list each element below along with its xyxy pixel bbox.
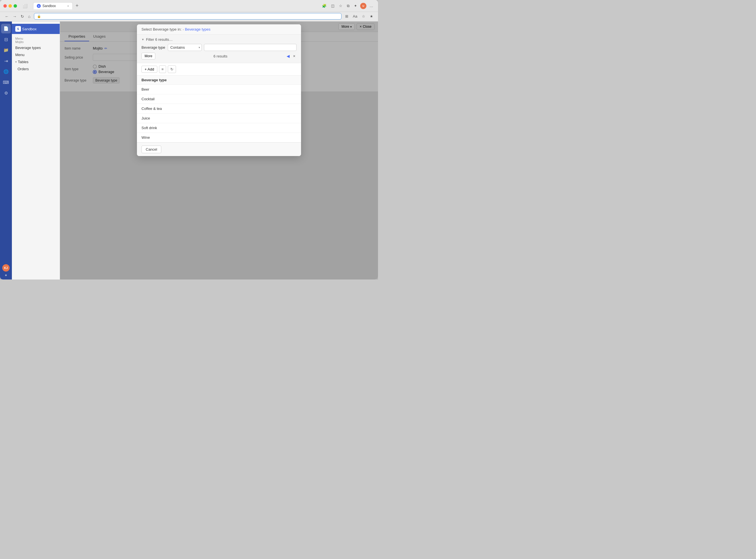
list-view-button[interactable]: ≡: [159, 65, 166, 73]
list-item-coffee-tea[interactable]: Coffee & tea: [137, 104, 301, 114]
nav-globe-button[interactable]: 🌐: [1, 67, 11, 76]
modal-header: Select Beverage type in: › Beverage type…: [137, 24, 301, 35]
content-sidebar: S Sandbox Menu Mojito Beverage types Men…: [12, 22, 60, 280]
browser-toolbar-icons: 🧩 ◫ ☆ ⧉ ✦ U …: [321, 3, 375, 9]
filter-section: ▼ Filter 6 results… Beverage type Contai…: [137, 35, 301, 63]
sidebar-view-button[interactable]: ◫: [330, 3, 336, 9]
modal-footer: Cancel: [137, 142, 301, 156]
filter-field-label: Beverage type: [141, 45, 166, 49]
address-bar-row: ← → ↻ ⌂ 🔒 ⊞ Aa ☆ ★: [0, 12, 378, 22]
app-title: Sandbox: [22, 27, 37, 31]
breadcrumb-link[interactable]: Beverage types: [185, 27, 210, 31]
list-item-juice[interactable]: Juice: [137, 114, 301, 123]
results-count: 6 results: [155, 54, 285, 58]
cancel-button[interactable]: Cancel: [141, 146, 161, 153]
browser-tab[interactable]: S Sandbox ×: [33, 2, 73, 9]
nav-folder-button[interactable]: 📁: [1, 45, 11, 55]
nav-buttons: ← → ↻ ⌂: [3, 13, 32, 20]
select-modal: Select Beverage type in: › Beverage type…: [137, 24, 301, 156]
list-item-beer[interactable]: Beer: [137, 85, 301, 94]
refresh-button[interactable]: ↻: [168, 65, 176, 73]
immersive-reader-button[interactable]: Aa: [351, 13, 359, 19]
collections-button[interactable]: ⧉: [346, 3, 351, 9]
breadcrumb-arrow: ›: [183, 28, 184, 31]
list-column-header: Beverage type: [141, 78, 167, 82]
filter-header-toggle[interactable]: ▼ Filter 6 results…: [141, 37, 297, 42]
maximize-traffic-light[interactable]: [14, 4, 17, 8]
filter-chevron-icon: ▼: [141, 38, 144, 41]
tab-title: Sandbox: [43, 4, 56, 8]
app-logo: S: [15, 26, 21, 32]
filter-text-input[interactable]: [204, 44, 297, 51]
forward-button[interactable]: →: [11, 13, 18, 20]
more-filter-button[interactable]: More: [141, 53, 155, 60]
nav-dot: [5, 274, 7, 276]
tab-favicon: S: [37, 4, 41, 8]
list-header: Beverage type: [137, 75, 301, 85]
extensions-button[interactable]: 🧩: [321, 3, 328, 9]
browser-controls: ⬜: [22, 3, 29, 9]
results-close-button[interactable]: ×: [292, 53, 297, 59]
split-screen-button[interactable]: ⊞: [344, 13, 350, 19]
filter-operator-select[interactable]: Contains Equals Starts with Ends with Is…: [168, 44, 202, 51]
list-item-cocktail[interactable]: Cocktail: [137, 94, 301, 104]
main-content: More ▾ × Close Properties Usages: [60, 22, 378, 280]
menu-button[interactable]: …: [368, 3, 375, 9]
filter-row: Beverage type Contains Equals Starts wit…: [141, 44, 297, 51]
add-button[interactable]: + Add: [141, 66, 157, 73]
home-button[interactable]: ⌂: [27, 13, 32, 20]
modal-overlay: Select Beverage type in: › Beverage type…: [60, 22, 378, 280]
filter-header-label: Filter 6 results…: [146, 37, 173, 42]
nav-document-button[interactable]: 📄: [1, 24, 11, 33]
sidebar-item-beverage-types[interactable]: Beverage types: [12, 44, 60, 51]
select-label: Select: [141, 27, 152, 31]
tab-bar: S Sandbox × +: [33, 2, 316, 9]
traffic-lights: [3, 4, 17, 8]
app-container: 📄 ⊟ 📁 ⇥ 🌐 ⌨ ⚙ KJ S Sandbox Menu Mojito B…: [0, 22, 378, 280]
reload-button[interactable]: ↻: [19, 13, 25, 20]
lock-icon: 🔒: [37, 15, 41, 18]
new-tab-button[interactable]: +: [74, 2, 80, 9]
browser-star-button[interactable]: ★: [369, 13, 375, 19]
list-body: Beverage type Beer Cocktail Coffee & tea: [137, 75, 301, 142]
close-traffic-light[interactable]: [3, 4, 7, 8]
copilot-button[interactable]: ✦: [353, 3, 358, 9]
minimize-traffic-light[interactable]: [8, 4, 12, 8]
sidebar-item-label: Mojito: [15, 40, 23, 44]
sidebar-item-menu[interactable]: Menu: [12, 51, 60, 58]
filter-operator-wrapper: Contains Equals Starts with Ends with Is…: [168, 44, 202, 51]
tab-close-button[interactable]: ×: [67, 4, 69, 8]
sidebar-toggle-button[interactable]: ⬜: [22, 3, 29, 9]
sidebar-item-orders[interactable]: Orders: [12, 65, 60, 72]
list-toolbar: + Add ≡ ↻: [137, 63, 301, 75]
favorites-button[interactable]: ☆: [337, 3, 344, 9]
back-button[interactable]: ←: [3, 13, 10, 20]
list-item-wine[interactable]: Wine: [137, 133, 301, 142]
address-bar[interactable]: 🔒: [34, 13, 341, 20]
sidebar-menu-label: Menu: [15, 37, 23, 40]
user-nav-avatar[interactable]: KJ: [2, 264, 9, 272]
sidebar-nav: 📄 ⊟ 📁 ⇥ 🌐 ⌨ ⚙ KJ: [0, 22, 12, 280]
address-toolbar: ⊞ Aa ☆ ★: [344, 13, 375, 19]
in-label: in:: [178, 27, 182, 31]
list-item-soft-drink[interactable]: Soft drink: [137, 123, 301, 133]
results-row: More 6 results ◀ ×: [141, 51, 297, 60]
sidebar-item-tables[interactable]: ▾ Tables: [12, 58, 60, 65]
nav-login-button[interactable]: ⇥: [1, 56, 11, 66]
entity-label: Beverage type: [153, 27, 176, 31]
nav-keyboard-button[interactable]: ⌨: [1, 77, 11, 87]
nav-settings-button[interactable]: ⚙: [1, 88, 11, 98]
nav-layout-button[interactable]: ⊟: [1, 35, 11, 44]
results-back-button[interactable]: ◀: [285, 53, 291, 59]
results-nav: ◀ ×: [285, 53, 297, 59]
modal-breadcrumb: Select Beverage type in: › Beverage type…: [141, 27, 211, 31]
browser-titlebar: ⬜ S Sandbox × + 🧩 ◫ ☆ ⧉ ✦ U …: [0, 0, 378, 12]
read-aloud-button[interactable]: ☆: [360, 13, 367, 19]
user-avatar[interactable]: U: [360, 3, 367, 9]
browser-window: ⬜ S Sandbox × + 🧩 ◫ ☆ ⧉ ✦ U … ← → ↻ ⌂: [0, 0, 378, 280]
